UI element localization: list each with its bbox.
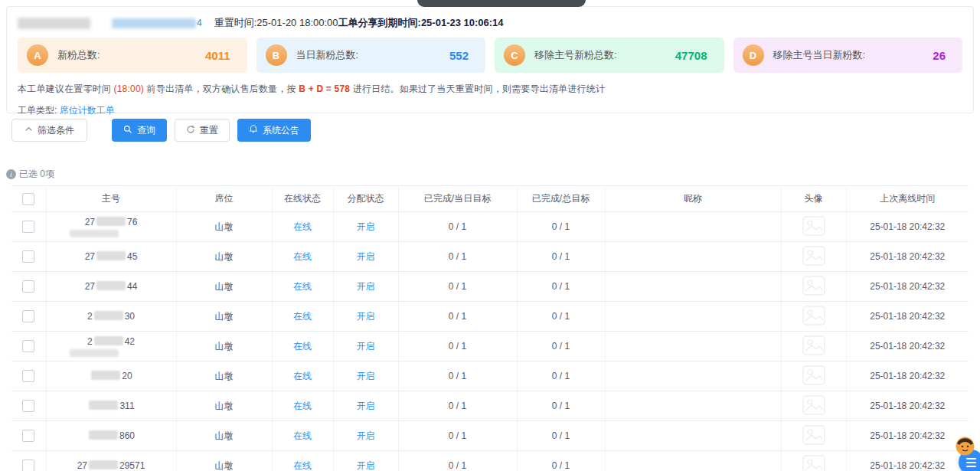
panel-header: 4 重置时间:25-01-20 18:00:00 工单分享到期时间:25-01-… [18, 15, 962, 31]
online-status-link[interactable]: 在线 [272, 212, 333, 242]
row-checkbox[interactable] [22, 340, 34, 352]
nickname-cell [605, 302, 781, 332]
query-button-label: 查询 [137, 124, 155, 137]
daily-progress-cell: 0 / 1 [398, 361, 517, 391]
assign-status-link[interactable]: 开启 [333, 212, 398, 242]
table-row: 2744山墩在线开启0 / 10 / 125-01-18 20:42:32 [11, 272, 969, 302]
assign-status-link[interactable]: 开启 [333, 332, 398, 361]
table-row: 860山墩在线开启0 / 10 / 125-01-18 20:42:32 [11, 421, 969, 451]
broken-image-icon [802, 246, 825, 266]
notice-time-highlight: (18:00) [114, 83, 144, 94]
floating-avatar[interactable] [956, 437, 975, 456]
nickname-cell [605, 421, 781, 451]
announcement-button-label: 系统公告 [263, 124, 299, 137]
main-account-cell: 2776 [46, 212, 176, 242]
total-progress-cell: 0 / 1 [517, 212, 605, 242]
assign-status-link[interactable]: 开启 [333, 391, 398, 421]
row-checkbox[interactable] [22, 250, 34, 263]
select-all-cell [11, 186, 46, 212]
row-checkbox[interactable] [22, 370, 34, 382]
offline-time-cell: 25-01-18 20:42:32 [846, 242, 969, 272]
masked-digits [96, 251, 126, 260]
row-checkbox[interactable] [22, 400, 34, 412]
online-status-link[interactable]: 在线 [272, 361, 333, 391]
assign-status-link[interactable]: 开启 [333, 451, 398, 471]
online-status-link[interactable]: 在线 [272, 272, 333, 302]
main-account-cell: 860 [46, 421, 176, 451]
reset-time-text: 重置时间:25-01-20 18:00:00 [214, 16, 338, 30]
nickname-cell [605, 391, 781, 421]
masked-workorder-link[interactable] [112, 18, 196, 28]
row-select-cell [11, 391, 46, 421]
main-account-cell: 242 [46, 332, 176, 361]
settlement-notice: 本工单建议在置零时间 (18:00) 前导出清单，双方确认售后数量，按 B + … [18, 83, 962, 96]
offline-time-cell: 25-01-18 20:42:32 [846, 421, 969, 451]
main-account-cell: 2744 [46, 272, 176, 302]
assign-status-link[interactable]: 开启 [333, 421, 398, 451]
announcement-button[interactable]: 系统公告 [237, 119, 311, 142]
table-row: 2745山墩在线开启0 / 10 / 125-01-18 20:42:32 [11, 242, 969, 272]
stat-value: 26 [933, 49, 946, 62]
assign-status-link[interactable]: 开启 [333, 242, 398, 272]
stat-label: 新粉总数: [57, 48, 100, 62]
reset-button-label: 重置 [200, 124, 218, 137]
total-progress-cell: 0 / 1 [517, 451, 605, 471]
browser-notch [417, 0, 586, 7]
online-status-link[interactable]: 在线 [272, 242, 333, 272]
online-status-link[interactable]: 在线 [272, 332, 333, 361]
column-header: 已完成/当日目标 [398, 186, 517, 212]
column-header: 已完成/总目标 [517, 186, 605, 212]
daily-progress-cell: 0 / 1 [398, 421, 517, 451]
share-expire-text: 工单分享到期时间:25-01-23 10:06:14 [338, 16, 504, 30]
main-account-cell: 20 [46, 361, 176, 391]
selection-summary: 已选 0项 [6, 168, 54, 181]
seat-cell: 山墩 [176, 332, 272, 361]
total-progress-cell: 0 / 1 [517, 242, 605, 272]
total-progress-cell: 0 / 1 [517, 391, 605, 421]
row-checkbox[interactable] [22, 460, 34, 471]
stat-value: 4011 [205, 49, 230, 62]
masked-digits [96, 217, 126, 226]
assign-status-link[interactable]: 开启 [333, 302, 398, 332]
stat-label: 当日新粉总数: [296, 48, 359, 62]
badge-b-icon: B [266, 44, 287, 66]
notice-formula-highlight: B + D = 578 [299, 83, 350, 94]
assign-status-link[interactable]: 开启 [333, 361, 398, 391]
row-checkbox[interactable] [22, 430, 34, 442]
seat-cell: 山墩 [176, 421, 272, 451]
row-checkbox[interactable] [22, 280, 34, 293]
row-checkbox[interactable] [22, 310, 34, 322]
masked-digits [89, 460, 118, 469]
row-checkbox[interactable] [22, 221, 34, 233]
online-status-link[interactable]: 在线 [272, 391, 333, 421]
masked-digits [94, 336, 123, 345]
table-row: 20山墩在线开启0 / 10 / 125-01-18 20:42:32 [11, 361, 969, 391]
seat-cell: 山墩 [176, 302, 272, 332]
stat-card-c: C 移除主号新粉总数: 47708 [495, 38, 724, 73]
offline-time-cell: 25-01-18 20:42:32 [846, 391, 969, 421]
online-status-link[interactable]: 在线 [272, 302, 333, 332]
offline-time-cell: 25-01-18 20:42:32 [846, 451, 969, 471]
main-account-cell: 311 [46, 391, 176, 421]
assign-status-link[interactable]: 开启 [333, 272, 398, 302]
daily-progress-cell: 0 / 1 [398, 332, 517, 361]
notice-text: 本工单建议在置零时间 [18, 83, 114, 94]
seat-cell: 山墩 [176, 212, 272, 242]
column-header: 昵称 [605, 186, 781, 212]
nickname-cell [605, 242, 781, 272]
workorder-link-suffix[interactable]: 4 [197, 18, 202, 28]
offline-time-cell: 25-01-18 20:42:32 [846, 361, 969, 391]
online-status-link[interactable]: 在线 [272, 421, 333, 451]
row-select-cell [11, 451, 46, 471]
offline-time-cell: 25-01-18 20:42:32 [846, 272, 969, 302]
workorder-type-link[interactable]: 席位计数工单 [60, 105, 115, 116]
query-button[interactable]: 查询 [112, 119, 167, 142]
online-status-link[interactable]: 在线 [272, 451, 333, 471]
table-row: 230山墩在线开启0 / 10 / 125-01-18 20:42:32 [11, 302, 969, 332]
select-all-checkbox[interactable] [22, 193, 34, 205]
filter-toggle-button[interactable]: 筛选条件 [11, 119, 87, 142]
table-row: 311山墩在线开启0 / 10 / 125-01-18 20:42:32 [11, 391, 969, 421]
workorder-type-label: 工单类型: [18, 105, 60, 116]
masked-digits [96, 281, 126, 290]
reset-button[interactable]: 重置 [175, 119, 230, 142]
